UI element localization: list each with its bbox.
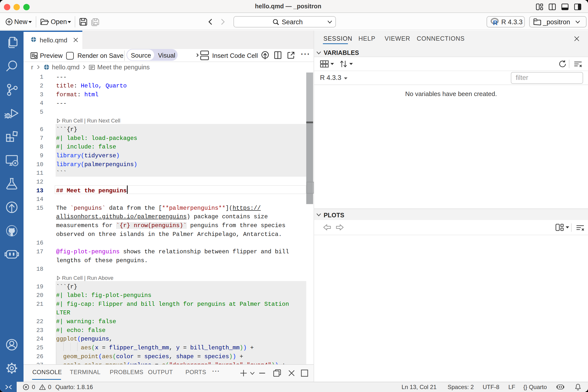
svg-text:R: R	[493, 19, 498, 26]
